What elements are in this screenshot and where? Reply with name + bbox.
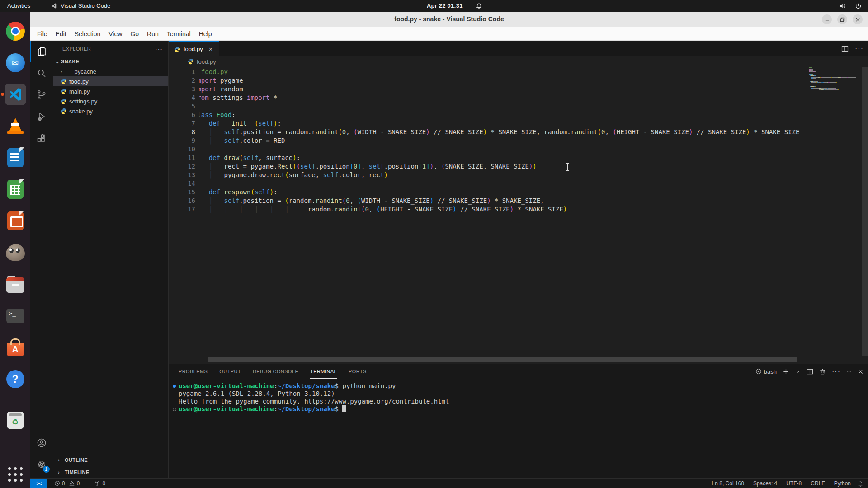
libreoffice-calc-dock-icon[interactable] [5,178,26,200]
ports-status[interactable]: 0 [91,479,108,488]
status-cursor-position[interactable]: Ln 8, Col 160 [709,480,747,487]
kill-terminal-trash-icon[interactable] [819,368,826,375]
error-icon [54,480,60,486]
code-line: │ self.position = random.randint(0, (WID… [199,128,808,136]
settings-gear-icon[interactable]: 1 [30,454,53,475]
panel-tab-debug-console[interactable]: DEBUG CONSOLE [253,364,298,379]
tree-item-food-py[interactable]: food.py [53,76,168,86]
python-file-icon [174,46,180,52]
split-editor-icon[interactable] [841,45,849,52]
outline-section[interactable]: › OUTLINE [53,454,168,466]
notifications-bell-icon[interactable] [857,480,863,487]
editor-area: food.py × ··· food.py 123456789101112131… [169,41,868,478]
code-line [199,102,808,111]
line-number: 9 [169,136,195,145]
explorer-more-actions-icon[interactable]: ··· [155,45,163,52]
libreoffice-writer-dock-icon[interactable] [5,147,26,169]
problems-status[interactable]: 0 0 [51,479,83,488]
activitybar-source-control-icon[interactable] [30,84,53,106]
close-panel-icon[interactable] [858,369,863,375]
chrome-dock-icon[interactable] [5,20,26,42]
tab-food-py[interactable]: food.py × [169,41,219,56]
line-number: 15 [169,188,195,197]
tree-item-snake-py[interactable]: snake.py [53,106,168,116]
status-language-mode[interactable]: Python [831,480,854,487]
activitybar-search-icon[interactable] [30,62,53,84]
breadcrumb[interactable]: food.py [169,56,868,66]
python-file-icon [188,58,194,65]
menu-edit[interactable]: Edit [52,29,71,39]
libreoffice-impress-dock-icon[interactable] [5,210,26,232]
window-title-bar[interactable]: food.py - snake - Visual Studio Code [30,12,868,27]
system-tray[interactable] [839,2,862,9]
line-number: 14 [169,179,195,188]
outline-label: OUTLINE [65,457,88,463]
activitybar-run-debug-icon[interactable] [30,106,53,127]
trash-dock-icon[interactable]: ♻ [5,409,26,431]
status-indentation[interactable]: Spaces: 4 [750,480,780,487]
clock[interactable]: Apr 22 01:31 [427,2,463,9]
terminal-instance[interactable]: bash [755,368,777,375]
tree-item-main-py[interactable]: main.py [53,86,168,96]
menu-file[interactable]: File [33,29,52,39]
files-dock-icon[interactable] [5,273,26,295]
code-line: │ │ │ │ │ │ random.randint(0, (HEIGHT - … [199,205,808,214]
code-line [199,145,808,154]
panel-tab-ports[interactable]: PORTS [349,364,367,379]
menu-run[interactable]: Run [143,29,163,39]
horizontal-scrollbar[interactable] [208,357,797,362]
vscode-dock-icon[interactable] [5,84,26,105]
focused-app-indicator[interactable]: Visual Studio Code [51,2,110,9]
minimize-button[interactable] [822,14,832,24]
maximize-panel-icon[interactable] [846,369,852,374]
menu-go[interactable]: Go [126,29,143,39]
gimp-dock-icon[interactable] [5,242,26,263]
menu-selection[interactable]: Selection [71,29,105,39]
menu-terminal[interactable]: Terminal [163,29,195,39]
code-editor[interactable]: 1234567891011121314151617 # food.pyimpor… [169,66,868,364]
status-encoding[interactable]: UTF-8 [783,480,804,487]
tree-item-settings-py[interactable]: settings.py [53,96,168,106]
panel-tab-terminal[interactable]: TERMINAL [310,364,337,379]
editor-more-actions-icon[interactable]: ··· [855,45,863,53]
notification-bell-icon[interactable] [476,2,482,9]
menu-view[interactable]: View [104,29,126,39]
chevron-down-icon[interactable] [795,369,801,374]
new-terminal-icon[interactable] [783,368,789,375]
panel-more-actions-icon[interactable]: ··· [832,367,840,375]
help-dock-icon[interactable]: ? [5,368,26,390]
code-line: import pygame [199,76,808,85]
warning-icon [69,480,75,486]
thunderbird-dock-icon[interactable]: ✉ [5,52,26,74]
ubuntu-software-dock-icon[interactable]: A [5,337,26,358]
timeline-section[interactable]: › TIMELINE [53,466,168,478]
vlc-dock-icon[interactable] [5,115,26,137]
tree-item--pycache-[interactable]: ›__pycache__ [53,66,168,76]
minimap[interactable] [809,67,861,90]
line-number: 8 [169,128,195,136]
accounts-icon[interactable] [30,432,53,454]
line-number: 13 [169,171,195,179]
activitybar-explorer-icon[interactable] [30,41,53,62]
power-icon[interactable] [855,3,862,9]
terminal-dock-icon[interactable]: >_ [5,305,26,327]
split-terminal-icon[interactable] [807,368,813,375]
vertical-scrollbar[interactable] [862,67,868,356]
explorer-section-snake[interactable]: ⌄ SNAKE [53,56,168,66]
speaker-icon[interactable] [839,2,846,9]
panel-tab-output[interactable]: OUTPUT [219,364,241,379]
restore-button[interactable] [837,14,847,24]
activities-button[interactable]: Activities [7,2,30,9]
activity-bar: 1 [30,41,53,478]
timeline-label: TIMELINE [65,469,90,475]
status-eol-sequence[interactable]: CRLF [808,480,827,487]
show-applications-icon[interactable] [8,467,23,482]
panel-tab-problems[interactable]: PROBLEMS [179,364,208,379]
python-file-icon [61,88,67,94]
menu-help[interactable]: Help [195,29,216,39]
close-button[interactable] [853,14,863,24]
remote-indicator[interactable]: >< [30,479,47,488]
close-tab-icon[interactable]: × [209,46,212,53]
terminal-output[interactable]: user@user-virtual-machine:~/Desktop/snak… [169,382,868,478]
activitybar-extensions-icon[interactable] [30,127,53,149]
